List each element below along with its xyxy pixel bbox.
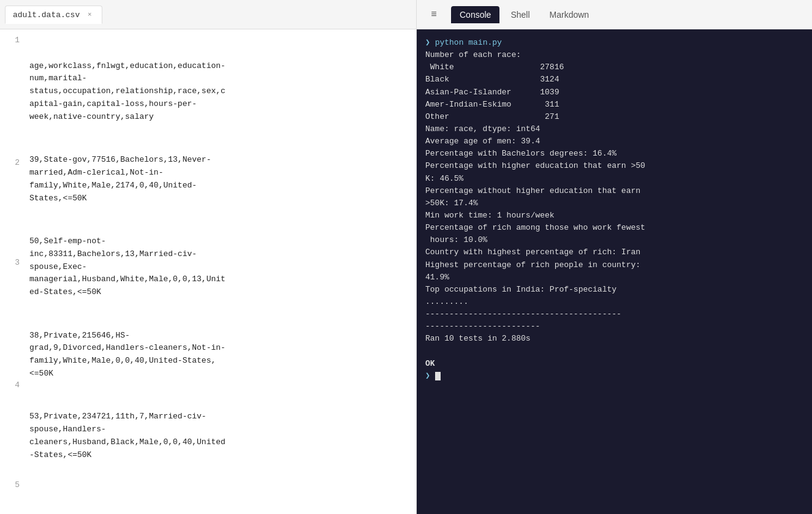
console-line-amer: Amer-Indian-Eskimo 311 (425, 99, 803, 111)
console-line-no-higher2: >50K: 17.4% (425, 197, 803, 210)
line-number-blank6 (5, 224, 20, 237)
editor-panel: adult.data.csv × 1 2 3 (0, 0, 417, 514)
code-content: age,workclass,fnlwgt,education,education… (25, 34, 416, 509)
line-number-3: 3 (5, 257, 20, 270)
line-number-blank10 (5, 347, 20, 360)
console-line-min-work: Min work time: 1 hours/week (425, 210, 803, 222)
menu-icon-button[interactable]: ≡ (424, 5, 444, 25)
console-line-other: Other 271 (425, 111, 803, 123)
console-line-white: White 27816 (425, 61, 803, 74)
console-line-asian: Asian-Pac-Islander 1039 (425, 86, 803, 99)
console-line-rich-fewest: Percentage of rich among those who work … (425, 222, 803, 234)
line-number-2b: 2 (5, 157, 20, 170)
console-line-black: Black 3124 (425, 74, 803, 86)
line-number-blank9 (5, 325, 20, 338)
line-number-5: 5 (5, 479, 20, 492)
console-line-dashes2: ------------------------ (425, 320, 803, 333)
tab-markdown[interactable]: Markdown (541, 6, 598, 23)
console-line-country-rich: Country with highest percentage of rich:… (425, 246, 803, 259)
console-line-bachelors: Percentage with Bachelors degrees: 16.4% (425, 148, 803, 160)
code-line-5: 53,Private,234721,11th,7,Married-civ- sp… (29, 410, 411, 461)
console-line-dashes1: ----------------------------------------… (425, 308, 803, 320)
console-line-avg-age: Average age of men: 39.4 (425, 135, 803, 148)
console-line-higher-ed2: K: 46.5% (425, 173, 803, 185)
code-line-4: 38,Private,215646,HS- grad,9,Divorced,Ha… (29, 330, 411, 380)
file-tab-label: adult.data.csv (13, 10, 80, 20)
console-line-dtype: Name: race, dtype: int64 (425, 123, 803, 135)
right-top-bar: ≡ Console Shell Markdown (417, 0, 812, 29)
line-number-blank12 (5, 425, 20, 437)
tab-console[interactable]: Console (451, 6, 499, 23)
console-line-rich-fewest2: hours: 10.0% (425, 234, 803, 246)
console-line-highest-pct: Highest percentage of rich people in cou… (425, 259, 803, 271)
console-line-highest-pct2: 41.9% (425, 271, 803, 284)
main-container: adult.data.csv × 1 2 3 (0, 0, 812, 514)
line-number-4: 4 (5, 379, 20, 392)
code-line-2: 39,State-gov,77516,Bachelors,13,Never- m… (29, 154, 411, 205)
line-number-blank1 (5, 80, 20, 93)
console-line-dots: ......... (425, 296, 803, 308)
line-number-blank7 (5, 279, 20, 292)
console-line-ok: OK (425, 358, 803, 370)
cursor-block (435, 372, 441, 380)
console-line-top-occ: Top occupations in India: Prof-specialty (425, 284, 803, 296)
file-tab[interactable]: adult.data.csv × (5, 6, 102, 24)
line-numbers: 1 2 3 4 5 (0, 34, 25, 509)
close-tab-button[interactable]: × (85, 10, 94, 20)
line-number-blank3 (5, 124, 20, 137)
code-line-1: age,workclass,fnlwgt,education,education… (29, 60, 411, 124)
console-line-1: Number of each race: (425, 49, 803, 61)
console-line-higher-ed: Percentage with higher education that ea… (425, 160, 803, 172)
tab-shell[interactable]: Shell (502, 6, 538, 23)
code-area: 1 2 3 4 5 (0, 29, 416, 514)
console-line-blank (425, 346, 803, 358)
line-number-blank8 (5, 302, 20, 315)
line-number-1: 1 (5, 34, 20, 47)
console-output[interactable]: ❯ python main.py Number of each race: Wh… (417, 29, 812, 514)
console-command-line: ❯ python main.py (425, 37, 803, 49)
console-line-no-higher: Percentage without higher education that… (425, 185, 803, 197)
line-number-blank4 (5, 180, 20, 192)
line-number-blank5 (5, 202, 20, 215)
editor-tab-bar: adult.data.csv × (0, 0, 416, 29)
right-panel: ≡ Console Shell Markdown ❯ python main.p… (417, 0, 812, 514)
line-number-2 (5, 57, 20, 70)
console-line-ran: Ran 10 tests in 2.880s (425, 333, 803, 345)
line-number-blank11 (5, 402, 20, 415)
line-number-blank2 (5, 102, 20, 115)
console-prompt-line: ❯ (425, 370, 803, 382)
line-number-blank13 (5, 447, 20, 460)
code-line-3: 50,Self-emp-not- inc,83311,Bachelors,13,… (29, 235, 411, 299)
menu-icon: ≡ (431, 9, 437, 20)
console-prompt-symbol: ❯ (425, 371, 435, 380)
